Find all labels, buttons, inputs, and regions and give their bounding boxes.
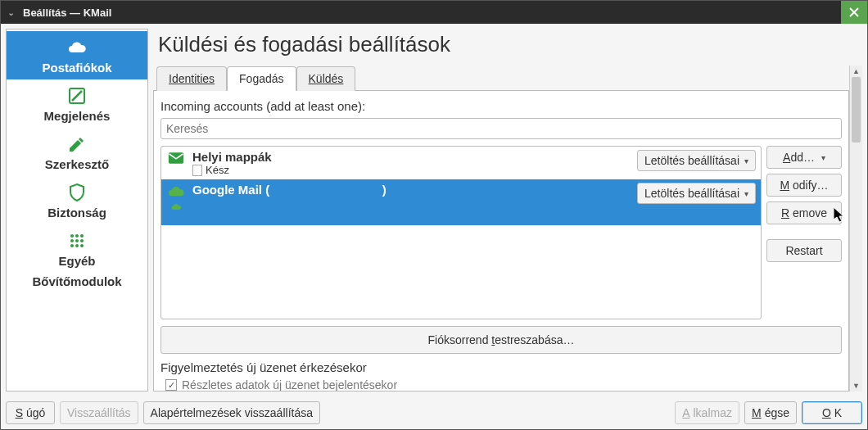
tab-content-receiving: Incoming accounts (add at least one): He…: [153, 91, 849, 392]
account-row-google[interactable]: Google Mail ( ) Letöltés beállításai ▾: [161, 179, 761, 225]
sidebar-item-label: Biztonság: [10, 206, 144, 220]
sidebar-item-security[interactable]: Biztonság: [7, 176, 147, 224]
svg-point-1: [70, 234, 74, 238]
new-mail-notify-label: Figyelmeztetés új üzenet érkezésekor: [160, 360, 842, 374]
apply-button[interactable]: Alkalmaz: [675, 401, 739, 424]
customize-account-order-button[interactable]: Fióksorrend testreszabása…: [160, 326, 842, 354]
account-action-buttons: Add…▾ Modify… Remove Restart: [766, 146, 842, 319]
download-settings-button[interactable]: Letöltés beállításai ▾: [637, 183, 756, 204]
sidebar-item-label: Megjelenés: [10, 109, 144, 123]
detailed-notify-row[interactable]: ✓ Részletes adatok új üzenet bejelentése…: [160, 374, 842, 391]
svg-point-2: [75, 234, 79, 238]
window-title: Beállítás — KMail: [23, 7, 111, 19]
grid-icon: [10, 229, 144, 252]
restart-account-button[interactable]: Restart: [766, 239, 842, 262]
sidebar-item-plugins[interactable]: Bővítőmodulok: [7, 273, 147, 293]
chevron-down-icon: ▾: [744, 156, 748, 165]
sidebar-item-label: Egyéb: [10, 254, 144, 268]
sidebar-item-label: Bővítőmodulok: [10, 274, 144, 288]
defaults-button[interactable]: Alapértelmezések visszaállítása: [143, 401, 320, 424]
settings-window: ⌄ Beállítás — KMail Postafiókok Megjelen…: [0, 0, 868, 430]
chevron-down-icon: ▾: [821, 153, 825, 162]
svg-point-9: [80, 244, 84, 247]
category-sidebar: Postafiókok Megjelenés Szerkesztő Bizton…: [6, 29, 148, 392]
modify-account-button[interactable]: Modify…: [766, 174, 842, 197]
sidebar-item-misc[interactable]: Egyéb: [7, 224, 147, 273]
checkbox-icon[interactable]: ✓: [165, 379, 177, 391]
svg-point-3: [80, 234, 84, 238]
page-title: Küldési és fogadási beállítások: [153, 29, 862, 66]
sidebar-item-label: Szerkesztő: [10, 157, 144, 171]
sidebar-item-label: Postafiókok: [10, 61, 144, 75]
appearance-icon: [10, 84, 144, 107]
titlebar: ⌄ Beállítás — KMail: [1, 1, 867, 24]
svg-point-6: [80, 239, 84, 242]
help-button[interactable]: Súgó: [6, 401, 55, 424]
scroll-up-icon[interactable]: ▲: [850, 66, 862, 77]
scroll-down-icon[interactable]: ▼: [850, 380, 862, 392]
tab-identities[interactable]: Identities: [156, 66, 227, 91]
sidebar-item-appearance[interactable]: Megjelenés: [7, 79, 147, 128]
svg-point-5: [75, 239, 79, 242]
add-account-button[interactable]: Add…▾: [766, 146, 842, 169]
sidebar-item-composer[interactable]: Szerkesztő: [7, 128, 147, 176]
tab-receiving[interactable]: Fogadás: [227, 66, 296, 91]
svg-point-4: [70, 239, 74, 242]
remove-account-button[interactable]: Remove: [766, 201, 842, 224]
download-settings-button[interactable]: Letöltés beállításai ▾: [637, 150, 756, 171]
account-search-input[interactable]: [160, 118, 842, 139]
cloud-icon: [10, 36, 144, 59]
incoming-accounts-label: Incoming accounts (add at least one):: [160, 99, 842, 113]
window-close-button[interactable]: [841, 1, 867, 24]
account-row-local[interactable]: Helyi mappák Kész Letöltés beáll: [161, 147, 761, 179]
reset-button[interactable]: Visszaállítás: [60, 401, 138, 424]
accounts-list[interactable]: Helyi mappák Kész Letöltés beáll: [160, 146, 762, 319]
document-icon: [192, 165, 202, 176]
account-name: Google Mail ( ): [192, 183, 631, 197]
window-menu-icon[interactable]: ⌄: [7, 7, 15, 18]
cancel-button[interactable]: Mégse: [744, 401, 797, 424]
vertical-scrollbar[interactable]: ▲ ▼: [849, 66, 862, 392]
dialog-button-bar: Súgó Visszaállítás Alapértelmezések viss…: [1, 396, 867, 429]
mail-icon: [166, 150, 186, 165]
shield-icon: [10, 181, 144, 204]
chevron-down-icon: ▾: [744, 189, 748, 198]
ok-button[interactable]: OK: [802, 401, 862, 424]
account-name: Helyi mappák: [192, 150, 631, 164]
tab-bar: Identities Fogadás Küldés: [153, 66, 849, 91]
svg-point-7: [70, 244, 74, 247]
window-body: Postafiókok Megjelenés Szerkesztő Bizton…: [1, 24, 867, 396]
sidebar-item-accounts[interactable]: Postafiókok: [7, 31, 147, 79]
main-panel: Küldési és fogadási beállítások Identiti…: [153, 29, 862, 392]
scroll-thumb[interactable]: [852, 77, 861, 143]
tab-sending[interactable]: Küldés: [296, 66, 356, 91]
account-status: Kész: [192, 164, 631, 176]
svg-point-8: [75, 244, 79, 247]
edit-icon: [10, 133, 144, 156]
cloud-icon: [166, 183, 186, 210]
detailed-notify-label: Részletes adatok új üzenet bejelentéseko…: [182, 378, 397, 391]
